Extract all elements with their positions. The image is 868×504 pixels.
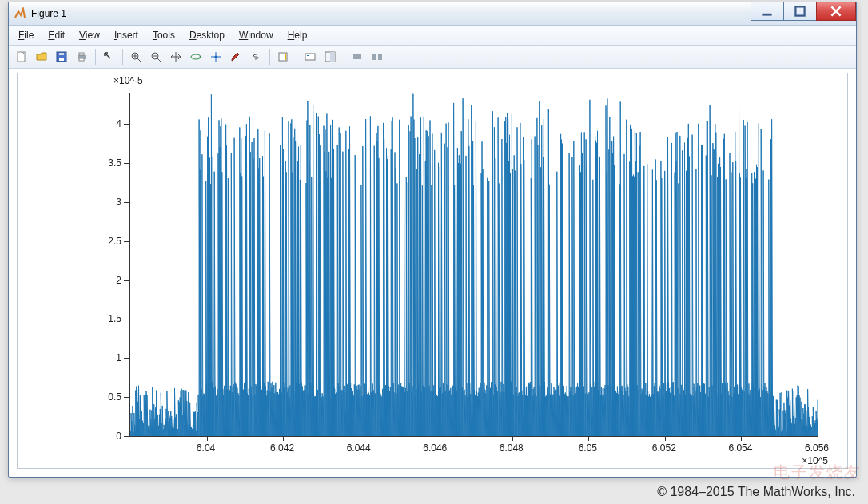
svg-rect-17 [307, 58, 309, 58]
x-tick-label: 6.052 [652, 442, 676, 454]
svg-rect-4 [59, 58, 64, 61]
legend-icon [305, 51, 316, 62]
toolbar-separator [344, 49, 344, 65]
svg-rect-1 [795, 6, 804, 15]
x-tick-label: 6.042 [270, 442, 294, 454]
svg-rect-16 [307, 55, 309, 56]
y-tick-label: 1.5 [18, 313, 121, 324]
save-icon [56, 51, 67, 62]
minimize-button[interactable] [751, 2, 784, 21]
window-controls [751, 2, 856, 21]
insert-colorbar-button[interactable] [273, 47, 293, 66]
save-button[interactable] [52, 47, 71, 66]
svg-point-11 [191, 54, 201, 59]
pan-button[interactable] [166, 47, 185, 66]
menu-help[interactable]: Help [281, 28, 314, 42]
open-button[interactable] [32, 47, 51, 66]
y-tick-label: 0 [18, 431, 121, 442]
svg-rect-14 [285, 54, 286, 60]
svg-rect-22 [378, 54, 382, 60]
figure-window: Figure 1 File Edit View Insert Tools Des… [8, 2, 857, 478]
y-tick-label: 3.5 [18, 157, 121, 169]
edit-plot-arrow-icon [103, 51, 114, 62]
hide-tools-icon [352, 51, 363, 62]
line-plot [130, 93, 818, 436]
x-tick-label: 6.05 [579, 442, 597, 454]
zoom-out-button[interactable] [146, 47, 165, 66]
edit-plot-button[interactable] [99, 47, 118, 66]
show-tools-icon [372, 51, 383, 62]
x-tick-label: 6.048 [500, 442, 524, 454]
dock-icon [325, 51, 336, 62]
toolbar [9, 46, 856, 69]
x-tick-label: 6.046 [423, 442, 447, 454]
y-tick-label: 4 [18, 118, 121, 129]
svg-rect-7 [79, 53, 84, 55]
minimize-icon [762, 6, 773, 17]
menu-window[interactable]: Window [233, 28, 280, 42]
x-tick-label: 6.054 [728, 442, 752, 454]
zoom-in-button[interactable] [126, 47, 145, 66]
data-cursor-icon [210, 51, 221, 62]
svg-rect-20 [353, 54, 361, 59]
svg-rect-19 [330, 52, 335, 62]
rotate3d-icon [190, 51, 201, 62]
toolbar-separator [269, 49, 270, 65]
axes[interactable] [129, 93, 818, 437]
svg-rect-0 [762, 14, 771, 16]
rotate3d-button[interactable] [186, 47, 205, 66]
hide-plot-tools-button[interactable] [348, 47, 367, 66]
close-button[interactable] [816, 2, 856, 21]
menu-insert[interactable]: Insert [108, 28, 145, 42]
menu-desktop[interactable]: Desktop [183, 28, 231, 42]
dock-button[interactable] [321, 47, 340, 66]
open-icon [36, 51, 47, 62]
maximize-icon [794, 6, 806, 17]
y-tick-label: 1 [18, 352, 121, 363]
x-tick-label: 6.056 [805, 442, 829, 454]
toolbar-separator [297, 49, 297, 65]
insert-legend-button[interactable] [301, 47, 320, 66]
print-icon [76, 51, 87, 62]
svg-rect-21 [372, 54, 376, 60]
maximize-button[interactable] [783, 2, 817, 21]
x-tick-label: 6.04 [197, 442, 215, 454]
svg-rect-15 [305, 54, 315, 60]
plot-panel: ×10^-5 ×10^5 00.511.522.533.546.046.0426… [17, 73, 848, 469]
watermark: 电子发烧友 [774, 462, 862, 483]
link-icon [250, 51, 261, 62]
close-icon [830, 6, 842, 17]
y-axis-multiplier: ×10^-5 [113, 75, 143, 86]
y-tick-label: 2.5 [18, 236, 121, 247]
svg-rect-8 [79, 58, 84, 61]
y-tick-label: 3 [18, 196, 121, 208]
titlebar[interactable]: Figure 1 [9, 2, 856, 26]
copyright-text: © 1984–2015 The MathWorks, Inc. [657, 485, 855, 499]
toolbar-separator [122, 49, 123, 65]
brush-icon [230, 51, 241, 62]
menu-edit[interactable]: Edit [42, 28, 71, 42]
window-title: Figure 1 [31, 8, 66, 19]
brush-button[interactable] [226, 47, 245, 66]
new-figure-button[interactable] [12, 47, 31, 66]
y-tick-label: 0.5 [18, 391, 121, 403]
y-tick-label: 2 [18, 275, 121, 286]
menubar: File Edit View Insert Tools Desktop Wind… [9, 26, 856, 46]
menu-tools[interactable]: Tools [146, 28, 181, 42]
x-tick-label: 6.044 [347, 442, 371, 454]
menu-view[interactable]: View [73, 28, 106, 42]
pan-icon [170, 51, 181, 62]
data-cursor-button[interactable] [206, 47, 225, 66]
svg-rect-5 [59, 53, 64, 55]
colorbar-icon [277, 51, 289, 62]
zoom-in-icon [130, 51, 141, 62]
menu-file[interactable]: File [12, 28, 40, 42]
show-plot-tools-button[interactable] [368, 47, 387, 66]
link-button[interactable] [246, 47, 265, 66]
svg-point-12 [215, 56, 217, 58]
toolbar-separator [95, 49, 96, 65]
zoom-out-icon [150, 51, 161, 62]
new-figure-icon [16, 51, 27, 62]
matlab-icon [14, 7, 26, 20]
print-button[interactable] [72, 47, 91, 66]
